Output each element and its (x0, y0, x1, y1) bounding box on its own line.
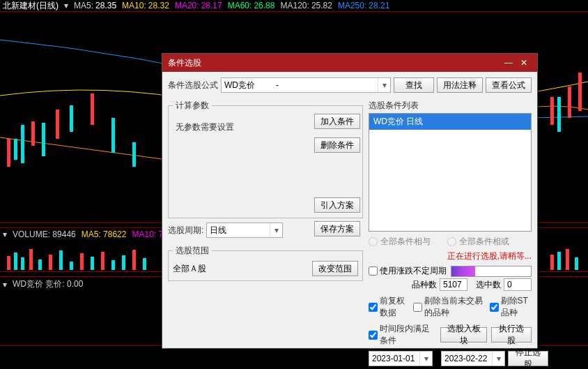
ma20: MA20: 28.17 (175, 1, 222, 10)
date-to-input[interactable]: 2023-02-22 ▾ (441, 351, 505, 366)
list-item[interactable]: WD竞价 日线 (369, 114, 531, 130)
count-sel-label: 选中数 (476, 279, 501, 291)
excl-nontrade-checkbox[interactable]: 剔除当前未交易的品种 (413, 295, 486, 319)
radio-or[interactable]: 全部条件相或 (447, 236, 509, 248)
import-plan-button[interactable]: 引入方案 (314, 197, 360, 213)
scope-group: 选股范围 全部Ａ股 改变范围 (168, 245, 363, 281)
formula-label: 条件选股公式 (168, 80, 218, 91)
date-separator: - (435, 354, 438, 363)
calc-legend: 计算参数 (173, 100, 212, 112)
ma250: MA250: 28.21 (338, 1, 389, 10)
irregular-period-checkbox[interactable]: 使用涨跌不定周期 (369, 265, 447, 277)
chevron-down-icon[interactable]: ▾ (64, 1, 68, 10)
ma10: MA10: 28.32 (122, 1, 169, 10)
status-text: 正在进行选股,请稍等... (369, 250, 532, 262)
date-from-input[interactable]: 2023-01-01 ▾ (369, 351, 433, 366)
wd-label: ▾ WD竞价 竞价: 0.00 (3, 278, 83, 290)
find-button[interactable]: 查找 (394, 77, 434, 93)
change-scope-button[interactable]: 改变范围 (312, 261, 358, 276)
close-icon[interactable]: ✕ (516, 57, 532, 69)
count-kind-value: 5107 (440, 278, 467, 291)
chevron-down-icon[interactable]: ▾ (270, 223, 282, 237)
delete-condition-button[interactable]: 删除条件 (314, 137, 360, 153)
ma120: MA120: 25.82 (280, 1, 332, 10)
to-block-button[interactable]: 选股入板块 (440, 327, 487, 342)
condition-buttons: 加入条件 删除条件 引入方案 保存方案 (314, 114, 360, 236)
cond-list-legend: 选股条件列表 (369, 100, 419, 112)
dialog-title: 条件选股 (168, 57, 501, 69)
scope-value: 全部Ａ股 (173, 263, 206, 275)
ma5: MA5: 28.35 (74, 1, 116, 10)
stock-filter-dialog: 条件选股 — ✕ 条件选股公式 WD竞价 - ▾ 查找 用法注释 查看公式 计算… (162, 53, 538, 349)
formula-select[interactable]: WD竞价 - ▾ (221, 77, 391, 93)
timespan-checkbox[interactable]: 时间段内满足条件 (369, 323, 436, 347)
minimize-icon[interactable]: — (501, 57, 516, 69)
view-formula-button[interactable]: 查看公式 (486, 77, 532, 93)
excl-st-checkbox[interactable]: 剔除ST品种 (490, 295, 532, 319)
chevron-down-icon[interactable]: ▾ (3, 229, 7, 239)
fq-checkbox[interactable]: 前复权数据 (369, 295, 409, 319)
condition-list-group: 选股条件列表 WD竞价 日线 (369, 100, 532, 232)
dialog-title-bar[interactable]: 条件选股 — ✕ (162, 54, 537, 72)
radio-and[interactable]: 全部条件相与 (369, 236, 431, 248)
condition-list[interactable]: WD竞价 日线 (369, 113, 532, 232)
save-plan-button[interactable]: 保存方案 (314, 221, 360, 236)
count-kind-label: 品种数 (412, 279, 437, 291)
stop-filter-button[interactable]: 停止选股 (508, 351, 548, 366)
ma-header: 北新建材(日线) ▾ MA5: 28.35 MA10: 28.32 MA20: … (0, 0, 588, 11)
scope-legend: 选股范围 (173, 245, 212, 257)
symbol-name: 北新建材(日线) (3, 0, 59, 12)
chevron-down-icon[interactable]: ▾ (3, 280, 7, 289)
volume-label: ▾ VOLUME: 89446 MA5: 78622 MA10: 77 (3, 229, 168, 239)
usage-button[interactable]: 用法注释 (437, 77, 483, 93)
period-select[interactable]: 日线 ▾ (206, 223, 283, 238)
chevron-down-icon[interactable]: ▾ (378, 78, 390, 92)
run-filter-button[interactable]: 执行选股 (491, 327, 532, 342)
count-sel-value: 0 (504, 278, 532, 291)
ma60: MA60: 26.88 (228, 1, 275, 10)
add-condition-button[interactable]: 加入条件 (314, 114, 360, 129)
progress-bar (451, 266, 532, 277)
chevron-down-icon[interactable]: ▾ (492, 352, 504, 366)
chevron-down-icon[interactable]: ▾ (419, 352, 432, 366)
period-label: 选股周期: (168, 225, 203, 236)
